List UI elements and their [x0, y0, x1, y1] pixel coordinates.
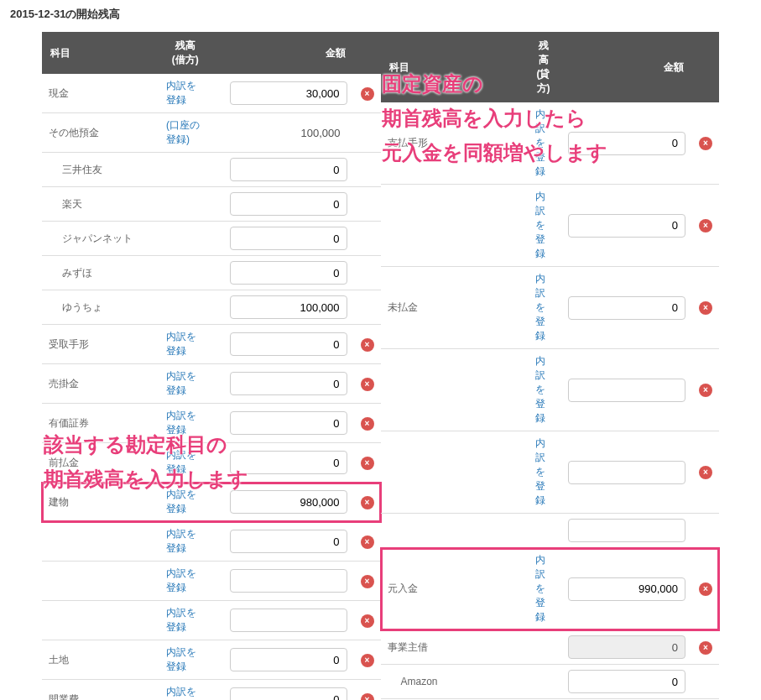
amount-input[interactable]: [230, 411, 347, 435]
amount-input[interactable]: [568, 132, 685, 155]
amount-input[interactable]: [568, 214, 685, 238]
delete-icon[interactable]: ×: [361, 378, 374, 391]
static-amount: 100,000: [230, 127, 347, 139]
delete-icon[interactable]: ×: [361, 87, 374, 101]
amount-input[interactable]: [230, 648, 347, 671]
register-link[interactable]: 内訳を登録: [159, 443, 211, 483]
delete-icon[interactable]: ×: [699, 384, 712, 397]
row-subject: その他預金: [42, 113, 159, 153]
amount-input[interactable]: [230, 192, 347, 216]
amount-input[interactable]: [230, 609, 347, 632]
header-credit-balance: 残高 (貸方): [529, 32, 559, 102]
amount-input[interactable]: [568, 296, 685, 320]
delete-icon[interactable]: ×: [699, 641, 712, 655]
row-subject: みずほ: [42, 256, 159, 290]
register-link[interactable]: 内訳を登録: [529, 349, 559, 431]
amount-input[interactable]: [230, 530, 347, 553]
page-title: 2015-12-31の開始残高: [7, 7, 754, 22]
delete-icon[interactable]: ×: [361, 614, 374, 628]
table-row: 元入金内訳を登録×: [381, 548, 720, 630]
table-row: 内訳を登録×: [42, 562, 381, 601]
register-link[interactable]: 内訳を登録: [159, 325, 211, 364]
row-subject: 元入金: [381, 548, 529, 630]
amount-input[interactable]: [230, 569, 347, 593]
amount-input[interactable]: [568, 379, 685, 402]
register-link[interactable]: 内訳を登録: [159, 74, 211, 113]
register-link[interactable]: 内訳を登録: [159, 522, 211, 562]
register-link[interactable]: 内訳を登録: [159, 680, 211, 701]
row-subject: 売掛金: [42, 364, 159, 404]
delete-icon[interactable]: ×: [361, 575, 374, 588]
delete-icon[interactable]: ×: [699, 219, 712, 232]
delete-icon[interactable]: ×: [699, 582, 712, 596]
row-subject: 土地: [42, 640, 159, 680]
register-link[interactable]: (口座の登録): [159, 113, 211, 153]
delete-icon[interactable]: ×: [361, 535, 374, 549]
register-link[interactable]: 内訳を登録: [159, 640, 211, 680]
row-subject: 現金: [42, 74, 159, 113]
amount-input[interactable]: [568, 519, 685, 542]
register-link[interactable]: 内訳を登録: [529, 102, 559, 185]
register-link[interactable]: 内訳を登録: [159, 601, 211, 640]
table-row: ジャパンネット: [42, 222, 381, 256]
amount-input[interactable]: [230, 372, 347, 395]
register-link[interactable]: 内訳を登録: [159, 404, 211, 443]
register-link[interactable]: 内訳を登録: [529, 431, 559, 514]
table-row: 楽天: [42, 187, 381, 222]
amount-input[interactable]: [230, 451, 347, 474]
table-row: 開業費内訳を登録×: [42, 680, 381, 701]
delete-icon[interactable]: ×: [361, 457, 374, 470]
row-subject: [42, 601, 159, 640]
register-link[interactable]: 内訳を登録: [159, 364, 211, 404]
amount-input[interactable]: [230, 332, 347, 356]
amount-input[interactable]: [230, 295, 347, 319]
amount-input[interactable]: [230, 261, 347, 285]
delete-icon[interactable]: ×: [361, 693, 374, 701]
header-amount: 金額: [559, 32, 693, 102]
delete-icon[interactable]: ×: [699, 466, 712, 479]
table-row: 内訳を登録×: [42, 601, 381, 640]
register-link[interactable]: 内訳を登録: [159, 483, 211, 522]
table-row: 前払金内訳を登録×: [42, 443, 381, 483]
register-link[interactable]: 内訳を登録: [529, 548, 559, 630]
row-subject: 支払手形: [381, 102, 529, 185]
row-subject: 楽天: [42, 187, 159, 222]
header-subject: 科目: [381, 32, 529, 102]
amount-input[interactable]: [230, 158, 347, 181]
row-subject: ジャパンネット: [42, 222, 159, 256]
table-row: 有価証券内訳を登録×: [42, 404, 381, 443]
table-row: 未払金内訳を登録×: [381, 267, 720, 349]
amount-input[interactable]: [568, 577, 685, 601]
debit-column: 科目 残高 (借方) 金額 現金内訳を登録×その他預金(口座の登録)100,00…: [42, 32, 381, 700]
row-subject: 前払金: [42, 443, 159, 483]
delete-icon[interactable]: ×: [361, 417, 374, 431]
amount-input[interactable]: [230, 490, 347, 514]
amount-input[interactable]: [230, 227, 347, 250]
table-row: ゆうちょ: [42, 290, 381, 325]
delete-icon[interactable]: ×: [361, 496, 374, 509]
amount-input[interactable]: [568, 670, 685, 693]
table-row: 内訳を登録×: [381, 185, 720, 267]
table-row: 現金内訳を登録×: [42, 74, 381, 113]
register-link[interactable]: 内訳を登録: [529, 267, 559, 349]
credit-column: 科目 残高 (貸方) 金額 支払手形内訳を登録×内訳を登録×未払金内訳を登録×内…: [381, 32, 720, 700]
amount-input[interactable]: [230, 81, 347, 105]
row-subject: 建物: [42, 483, 159, 522]
row-subject: [42, 522, 159, 562]
table-row: 土地内訳を登録×: [42, 640, 381, 680]
delete-icon[interactable]: ×: [361, 654, 374, 667]
table-row: 事業主借×: [381, 630, 720, 665]
table-row: 内訳を登録×: [381, 431, 720, 514]
table-row: 内訳を登録×: [381, 349, 720, 431]
amount-input[interactable]: [568, 461, 685, 484]
register-link[interactable]: 内訳を登録: [159, 562, 211, 601]
header-debit-balance: 残高 (借方): [159, 32, 211, 74]
amount-input[interactable]: [230, 687, 347, 700]
row-subject: ゆうちょ: [42, 290, 159, 325]
header-amount: 金額: [211, 32, 354, 74]
row-subject: 開業費: [42, 680, 159, 701]
register-link[interactable]: 内訳を登録: [529, 185, 559, 267]
delete-icon[interactable]: ×: [361, 338, 374, 352]
delete-icon[interactable]: ×: [699, 137, 712, 150]
delete-icon[interactable]: ×: [699, 301, 712, 315]
